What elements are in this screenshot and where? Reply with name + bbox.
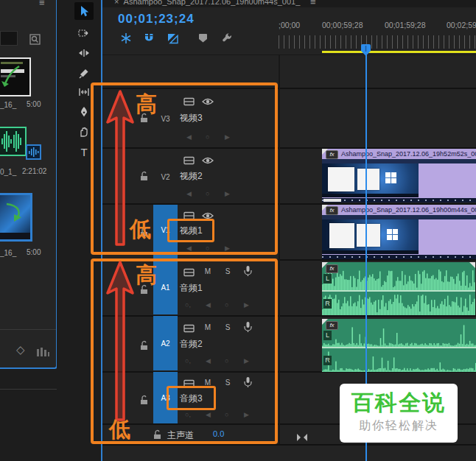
channel-separator bbox=[322, 347, 476, 348]
timeline-settings-wrench-icon[interactable] bbox=[221, 32, 234, 44]
clip-video-v2[interactable]: fx Ashampoo_Snap_2017.12.06_19h52m52s_00… bbox=[322, 149, 476, 203]
clip-title: Ashampoo_Snap_2017.12.06_19h52m52s_002 bbox=[341, 150, 476, 158]
premiere-window: ≡ _16_ 5:00 0_1_ 2:21:02 _16 bbox=[0, 0, 476, 461]
search-input[interactable] bbox=[0, 31, 18, 46]
diamond-icon[interactable]: ◇ bbox=[16, 343, 25, 356]
linked-selection-icon[interactable] bbox=[167, 32, 180, 44]
watermark-title: 百科全说 bbox=[340, 388, 458, 418]
channel-right-label: R bbox=[323, 356, 332, 365]
clip-filmstrip bbox=[322, 198, 476, 203]
clip-thumbnail bbox=[322, 219, 419, 254]
ruler-label: ;00;00 bbox=[279, 21, 300, 29]
panel-menu-icon[interactable]: ≡ bbox=[310, 0, 316, 7]
channel-left-label: L bbox=[323, 274, 332, 284]
clip-thumbnail bbox=[322, 163, 419, 197]
tab-title: Ashampoo_Snap_2017.12.06_19h00m44s_001_ bbox=[124, 0, 301, 6]
add-marker-icon[interactable] bbox=[197, 32, 211, 44]
ruler-label: 00;00;59;28 bbox=[322, 21, 363, 29]
project-panel: ≡ _16_ 5:00 0_1_ 2:21:02 _16 bbox=[0, 0, 57, 369]
windows-logo bbox=[385, 172, 396, 183]
clip-fold-corner bbox=[322, 149, 328, 155]
project-item-label: _16_ bbox=[0, 101, 16, 109]
annotation-low-video: 低 bbox=[130, 215, 151, 244]
annotation-high-audio: 高 bbox=[136, 261, 157, 290]
timeline-ruler[interactable] bbox=[279, 35, 476, 49]
work-area-bar[interactable] bbox=[322, 51, 476, 53]
channel-right-label: R bbox=[323, 299, 332, 309]
annotation-box-video1 bbox=[167, 219, 214, 242]
clip-filmstrip bbox=[322, 255, 476, 259]
clip-video-v1[interactable]: fx Ashampoo_Snap_2017.12.06_19h00m44s_00… bbox=[322, 205, 476, 259]
track-select-forward-tool[interactable] bbox=[74, 24, 94, 42]
list-view-icon[interactable] bbox=[37, 346, 52, 359]
audio-badge-icon bbox=[26, 144, 41, 160]
annotation-low-audio: 低 bbox=[109, 415, 130, 445]
clip-audio-a2[interactable]: fx L R bbox=[322, 319, 476, 372]
timeline-tab[interactable]: × Ashampoo_Snap_2017.12.06_19h00m44s_001… bbox=[114, 0, 300, 6]
pan-icon[interactable] bbox=[297, 431, 307, 444]
green-arrow-graphic bbox=[1, 200, 26, 229]
project-item-duration: 5:00 bbox=[27, 100, 41, 108]
ruler-label: 00;01;59;28 bbox=[385, 21, 425, 29]
project-item-duration: 5:00 bbox=[27, 248, 41, 256]
watermark-subtitle: 助你轻松解决 bbox=[340, 418, 458, 434]
windows-logo bbox=[387, 229, 398, 240]
ruler-label: 00;02;59 bbox=[447, 21, 476, 29]
clip-fold-corner bbox=[322, 262, 328, 268]
green-arrow-graphic bbox=[0, 65, 22, 90]
waveform-band-right bbox=[322, 348, 476, 372]
selection-tool[interactable] bbox=[74, 2, 94, 20]
waveform-band-right bbox=[322, 292, 475, 315]
channel-left-label: L bbox=[323, 331, 332, 340]
project-item-duration: 2:21:02 bbox=[22, 167, 46, 175]
annotation-high-video: 高 bbox=[136, 90, 157, 119]
project-item-label: 0_1_ bbox=[0, 168, 16, 176]
clip-title: Ashampoo_Snap_2017.12.06_19h00m44s_001_ bbox=[341, 206, 476, 214]
snap-magnet-icon[interactable] bbox=[143, 32, 156, 44]
playhead-timecode[interactable]: 00;01;23;24 bbox=[118, 12, 195, 27]
timeline-tab-bar: × Ashampoo_Snap_2017.12.06_19h00m44s_001… bbox=[102, 0, 476, 7]
project-panel-menu-icon[interactable]: ≡ bbox=[39, 0, 45, 8]
nest-toggle-icon[interactable] bbox=[120, 32, 133, 44]
project-item-thumbnail[interactable] bbox=[0, 57, 31, 96]
clip-audio-a1[interactable]: fx L R bbox=[322, 262, 475, 315]
clip-fold-corner bbox=[322, 205, 328, 211]
razor-tool[interactable] bbox=[74, 64, 94, 82]
panel-footer-divider bbox=[0, 329, 56, 330]
waveform-band-left bbox=[322, 323, 476, 347]
playhead-marker[interactable] bbox=[360, 44, 371, 59]
clip-header: fx Ashampoo_Snap_2017.12.06_19h52m52s_00… bbox=[322, 149, 476, 159]
watermark: 百科全说 助你轻松解决 bbox=[340, 384, 458, 443]
ripple-edit-tool[interactable] bbox=[74, 44, 94, 62]
tab-close-icon[interactable]: × bbox=[114, 0, 119, 6]
ruler-divider bbox=[102, 54, 476, 55]
type-tool-glyph: T bbox=[80, 146, 87, 158]
clip-fold-corner bbox=[322, 319, 328, 325]
find-icon[interactable] bbox=[29, 34, 41, 48]
project-item-label: _16_ bbox=[0, 249, 16, 257]
project-item-thumbnail-selected[interactable] bbox=[0, 193, 32, 242]
audio-waveform-graphic bbox=[0, 128, 25, 155]
channel-separator bbox=[322, 290, 475, 292]
project-item-audio-thumbnail[interactable] bbox=[0, 127, 27, 156]
clip-header: fx Ashampoo_Snap_2017.12.06_19h00m44s_00… bbox=[322, 205, 476, 215]
clip-fold-corner bbox=[469, 262, 475, 268]
annotation-box-audio3 bbox=[167, 386, 216, 410]
waveform-band-left bbox=[322, 267, 475, 290]
track-separator bbox=[102, 444, 476, 446]
